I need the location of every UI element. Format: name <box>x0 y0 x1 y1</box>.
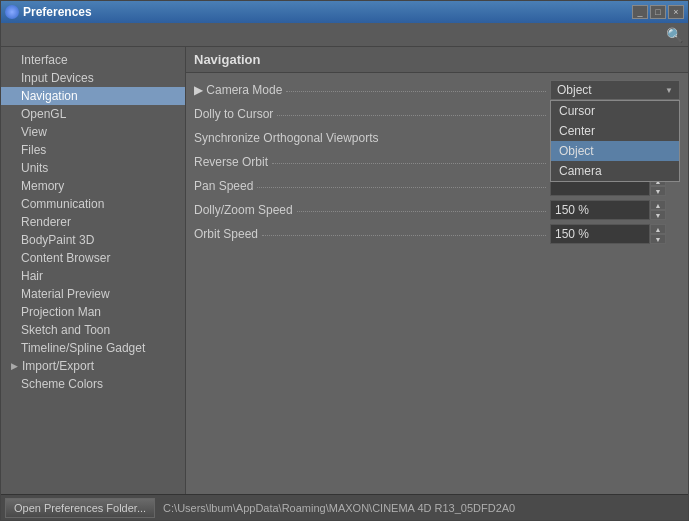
dolly-zoom-spinner-btns: ▲ ▼ <box>650 200 666 220</box>
sidebar-label-sketch-toon: Sketch and Toon <box>21 323 110 337</box>
sidebar-label-navigation: Navigation <box>21 89 78 103</box>
dropdown-item-cursor-label: Cursor <box>559 104 595 118</box>
dots-pan <box>257 187 546 188</box>
sidebar-label-units: Units <box>21 161 48 175</box>
app-icon <box>5 5 19 19</box>
sidebar-label-files: Files <box>21 143 46 157</box>
camera-mode-row: ▶ Camera Mode Object ▼ <box>194 79 680 101</box>
dolly-zoom-up[interactable]: ▲ <box>650 200 666 210</box>
orbit-speed-spinner-btns: ▲ ▼ <box>650 224 666 244</box>
orbit-speed-label: Orbit Speed <box>194 227 550 241</box>
dropdown-item-object-label: Object <box>559 144 594 158</box>
maximize-button[interactable]: □ <box>650 5 666 19</box>
pan-speed-label: Pan Speed <box>194 179 550 193</box>
dots-orbit <box>262 235 546 236</box>
orbit-speed-up[interactable]: ▲ <box>650 224 666 234</box>
camera-mode-label-main: Camera Mode <box>206 83 282 97</box>
sidebar-label-content-browser: Content Browser <box>21 251 110 265</box>
dolly-zoom-label-text: Dolly/Zoom Speed <box>194 203 293 217</box>
orbit-speed-down[interactable]: ▼ <box>650 234 666 244</box>
camera-mode-dropdown[interactable]: Object ▼ <box>550 80 680 100</box>
sidebar-item-sketch-toon[interactable]: Sketch and Toon <box>1 321 185 339</box>
sidebar-label-timeline-spline: Timeline/Spline Gadget <box>21 341 145 355</box>
dolly-zoom-row: Dolly/Zoom Speed ▲ ▼ <box>194 199 680 221</box>
orbit-speed-label-text: Orbit Speed <box>194 227 258 241</box>
dropdown-item-center-label: Center <box>559 124 595 138</box>
sidebar-label-interface: Interface <box>21 53 68 67</box>
status-bar: Open Preferences Folder... C:\Users\lbum… <box>1 494 688 520</box>
right-panel: Navigation ▶ Camera Mode Object ▼ <box>186 47 688 494</box>
minimize-button[interactable]: _ <box>632 5 648 19</box>
dolly-cursor-label: Dolly to Cursor <box>194 107 550 121</box>
orbit-speed-value: ▲ ▼ <box>550 224 680 244</box>
sidebar-item-material-preview[interactable]: Material Preview <box>1 285 185 303</box>
sidebar-label-memory: Memory <box>21 179 64 193</box>
sidebar-label-import-export: Import/Export <box>22 359 94 373</box>
camera-mode-label: ▶ Camera Mode <box>194 83 550 97</box>
camera-mode-label-text: ▶ <box>194 83 203 97</box>
sidebar-item-units[interactable]: Units <box>1 159 185 177</box>
sidebar-item-bodypaint[interactable]: BodyPaint 3D <box>1 231 185 249</box>
orbit-speed-row: Orbit Speed ▲ ▼ <box>194 223 680 245</box>
sidebar-item-navigation[interactable]: Navigation <box>1 87 185 105</box>
dropdown-item-camera[interactable]: Camera <box>551 161 679 181</box>
orbit-speed-input[interactable] <box>550 224 650 244</box>
panel-content: ▶ Camera Mode Object ▼ <box>186 73 688 494</box>
sidebar-label-opengl: OpenGL <box>21 107 66 121</box>
panel-title-text: Navigation <box>194 52 260 67</box>
sidebar-item-renderer[interactable]: Renderer <box>1 213 185 231</box>
panel-title: Navigation <box>186 47 688 73</box>
pan-speed-down[interactable]: ▼ <box>650 186 666 196</box>
sidebar-item-content-browser[interactable]: Content Browser <box>1 249 185 267</box>
dropdown-item-cursor[interactable]: Cursor <box>551 101 679 121</box>
title-bar: Preferences _ □ × <box>1 1 688 23</box>
title-buttons: _ □ × <box>632 5 684 19</box>
sidebar-label-view: View <box>21 125 47 139</box>
dropdown-arrow-icon: ▼ <box>665 86 673 95</box>
sidebar-label-projection-man: Projection Man <box>21 305 101 319</box>
window-title: Preferences <box>23 5 92 19</box>
dropdown-item-center[interactable]: Center <box>551 121 679 141</box>
sidebar-label-input-devices: Input Devices <box>21 71 94 85</box>
close-button[interactable]: × <box>668 5 684 19</box>
dropdown-item-object[interactable]: Object <box>551 141 679 161</box>
sidebar-item-opengl[interactable]: OpenGL <box>1 105 185 123</box>
sidebar-label-hair: Hair <box>21 269 43 283</box>
sidebar-item-interface[interactable]: Interface <box>1 51 185 69</box>
dots-dolly <box>277 115 546 116</box>
reverse-orbit-label: Reverse Orbit <box>194 155 550 169</box>
camera-mode-dropdown-container: Object ▼ Cursor Center <box>550 80 680 100</box>
sidebar-item-hair[interactable]: Hair <box>1 267 185 285</box>
sidebar-item-import-export[interactable]: ▶ Import/Export <box>1 357 185 375</box>
camera-mode-selected: Object <box>557 83 592 97</box>
sidebar-item-input-devices[interactable]: Input Devices <box>1 69 185 87</box>
sidebar-item-communication[interactable]: Communication <box>1 195 185 213</box>
dolly-zoom-label: Dolly/Zoom Speed <box>194 203 550 217</box>
preferences-window: Preferences _ □ × 🔍 Interface Input Devi… <box>0 0 689 521</box>
dolly-zoom-input[interactable] <box>550 200 650 220</box>
sidebar-item-view[interactable]: View <box>1 123 185 141</box>
reverse-orbit-label-text: Reverse Orbit <box>194 155 268 169</box>
dots-dolly-zoom <box>297 211 546 212</box>
sidebar-item-memory[interactable]: Memory <box>1 177 185 195</box>
open-preferences-folder-button[interactable]: Open Preferences Folder... <box>5 498 155 518</box>
toolbar: 🔍 <box>1 23 688 47</box>
dolly-zoom-down[interactable]: ▼ <box>650 210 666 220</box>
preferences-path: C:\Users\lbum\AppData\Roaming\MAXON\CINE… <box>163 502 515 514</box>
sidebar-item-projection-man[interactable]: Projection Man <box>1 303 185 321</box>
dots-reverse <box>272 163 546 164</box>
search-icon[interactable]: 🔍 <box>664 25 684 45</box>
camera-mode-menu: Cursor Center Object Camera <box>550 100 680 182</box>
arrow-icon: ▶ <box>11 361 18 371</box>
sidebar-item-timeline-spline[interactable]: Timeline/Spline Gadget <box>1 339 185 357</box>
sidebar-label-communication: Communication <box>21 197 104 211</box>
sidebar-item-files[interactable]: Files <box>1 141 185 159</box>
sidebar-item-scheme-colors[interactable]: Scheme Colors <box>1 375 185 393</box>
main-content: Interface Input Devices Navigation OpenG… <box>1 47 688 494</box>
camera-mode-value: Object ▼ Cursor Center <box>550 80 680 100</box>
sync-ortho-label-text: Synchronize Orthogonal Viewports <box>194 131 379 145</box>
sidebar-label-material-preview: Material Preview <box>21 287 110 301</box>
sidebar-label-bodypaint: BodyPaint 3D <box>21 233 94 247</box>
dolly-zoom-value: ▲ ▼ <box>550 200 680 220</box>
dolly-cursor-label-text: Dolly to Cursor <box>194 107 273 121</box>
